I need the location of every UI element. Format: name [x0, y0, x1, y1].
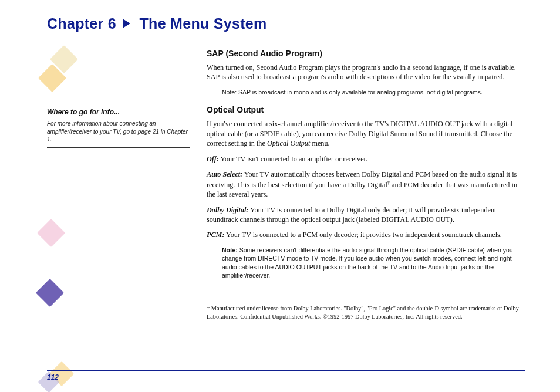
chapter-name: The Menu System [140, 15, 267, 32]
optical-intro-ital: Optical Output [267, 139, 310, 147]
option-dolby: Dolby Digital: Your TV is connected to a… [207, 205, 525, 225]
option-pcm-label: PCM: [207, 231, 224, 239]
sap-paragraph: When turned on, Second Audio Program pla… [207, 63, 525, 82]
option-pcm-text: Your TV is connected to a PCM only decod… [224, 231, 501, 239]
option-auto: Auto Select: Your TV automatically choos… [207, 170, 525, 199]
dolby-footnote: † Manufactured under license from Dolby … [207, 305, 525, 321]
sidebar-spacer [47, 47, 194, 108]
triangle-icon [123, 19, 130, 28]
optical-intro-post: menu. [310, 139, 329, 147]
option-off: Off: Your TV isn't connected to an ampli… [207, 154, 525, 164]
option-auto-label: Auto Select: [207, 170, 242, 178]
section-heading-sap: SAP (Second Audio Program) [207, 48, 525, 59]
optical-note-body: Some receivers can't differentiate the a… [222, 246, 513, 279]
optical-intro: If you've connected a six-channel amplif… [207, 119, 525, 148]
option-dolby-text: Your TV is connected to a Dolby Digital … [207, 206, 496, 224]
title-divider [47, 36, 525, 36]
footer-divider [47, 370, 525, 371]
optical-note: Note: Some receivers can't differentiate… [222, 246, 520, 280]
main-content: SAP (Second Audio Program) When turned o… [207, 47, 525, 327]
optical-note-label: Note: [222, 246, 238, 254]
option-pcm: PCM: Your TV is connected to a PCM only … [207, 230, 525, 239]
page-number: 112 [47, 373, 59, 381]
sidebar-body: For more information about connecting an… [47, 120, 190, 148]
chapter-prefix: Chapter 6 [47, 15, 116, 32]
content-columns: Where to go for info... For more informa… [47, 47, 525, 327]
sidebar: Where to go for info... For more informa… [47, 47, 194, 327]
sap-note: Note: SAP is broadcast in mono and is on… [222, 88, 520, 96]
chapter-title: Chapter 6 The Menu System [47, 15, 525, 32]
optical-intro-pre: If you've connected a six-channel amplif… [207, 120, 512, 147]
option-off-text: Your TV isn't connected to an amplifier … [219, 155, 367, 163]
option-dolby-label: Dolby Digital: [207, 206, 248, 214]
section-heading-optical: Optical Output [207, 104, 525, 116]
page: Chapter 6 The Menu System Where to go fo… [0, 0, 560, 392]
option-off-label: Off: [207, 155, 219, 163]
sidebar-heading: Where to go for info... [47, 108, 194, 116]
